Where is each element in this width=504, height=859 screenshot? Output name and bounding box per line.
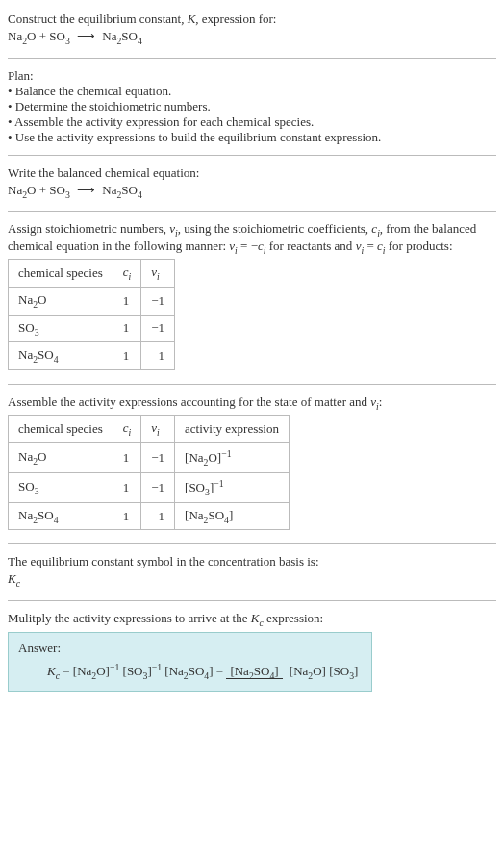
nu-cell: −1 bbox=[141, 442, 175, 472]
table-row: Na2O 1 −1 [Na2O]−1 bbox=[9, 442, 290, 472]
nu-cell: −1 bbox=[141, 287, 175, 315]
assign-section: Assign stoichiometric numbers, νi, using… bbox=[8, 215, 496, 380]
product: Na bbox=[102, 183, 116, 197]
species-cell: SO3 bbox=[9, 472, 113, 502]
divider bbox=[8, 600, 496, 601]
subscript: 4 bbox=[138, 189, 142, 199]
product: Na bbox=[102, 29, 116, 43]
c-cell: 1 bbox=[113, 287, 141, 315]
text: = bbox=[364, 239, 377, 253]
nu-cell: 1 bbox=[141, 502, 175, 530]
superscript: −1 bbox=[110, 662, 119, 672]
stoichiometry-table: chemical species ci νi Na2O 1 −1 SO3 1 −… bbox=[8, 259, 175, 369]
text: , using the stoichiometric coefficients, bbox=[178, 221, 372, 236]
numerator: [Na2SO4] bbox=[226, 664, 282, 679]
answer-box: Answer: Kc = [Na2O]−1 [SO3]−1 [Na2SO4] =… bbox=[8, 632, 372, 692]
balanced-section: Write the balanced chemical equation: Na… bbox=[8, 160, 496, 208]
c-cell: 1 bbox=[113, 472, 141, 502]
col-activity: activity expression bbox=[175, 416, 290, 443]
text: O] bbox=[96, 664, 110, 678]
kc-symbol: Kc bbox=[8, 571, 496, 589]
assemble-section: Assemble the activity expressions accoun… bbox=[8, 389, 496, 541]
header-text2: , expression for: bbox=[195, 12, 276, 26]
nu-cell: −1 bbox=[141, 472, 175, 502]
species-cell: SO3 bbox=[9, 315, 113, 342]
plan-item: • Balance the chemical equation. bbox=[8, 84, 496, 99]
divider bbox=[8, 58, 496, 59]
c-cell: 1 bbox=[113, 442, 141, 472]
table-row: SO3 1 −1 bbox=[9, 315, 175, 342]
balanced-title: Write the balanced chemical equation: bbox=[8, 165, 496, 181]
species-cell: Na2O bbox=[9, 287, 113, 315]
col-species: chemical species bbox=[9, 416, 113, 443]
species-cell: Na2SO4 bbox=[9, 502, 113, 530]
col-species: chemical species bbox=[9, 260, 113, 288]
text: : bbox=[379, 394, 383, 409]
text: SO bbox=[189, 664, 205, 678]
balanced-equation: Na2O + SO3 ⟶ Na2SO4 bbox=[8, 183, 496, 200]
col-c: ci bbox=[113, 260, 141, 288]
text: [Na bbox=[162, 664, 184, 678]
subscript: 3 bbox=[65, 189, 70, 199]
c-cell: 1 bbox=[113, 315, 141, 342]
plan-item: • Assemble the activity expression for e… bbox=[8, 114, 496, 130]
text: [SO bbox=[119, 664, 142, 678]
table-header-row: chemical species ci νi activity expressi… bbox=[9, 416, 290, 443]
table-header-row: chemical species ci νi bbox=[9, 260, 175, 288]
reaction-equation: Na2O + SO3 ⟶ Na2SO4 bbox=[8, 29, 496, 46]
answer-equation: Kc = [Na2O]−1 [SO3]−1 [Na2SO4] = [Na2SO4… bbox=[18, 658, 362, 681]
table-row: Na2O 1 −1 bbox=[9, 287, 175, 315]
col-c: ci bbox=[113, 416, 141, 443]
activity-cell: [Na2SO4] bbox=[175, 502, 290, 530]
table-row: Na2SO4 1 1 [Na2SO4] bbox=[9, 502, 290, 530]
superscript: −1 bbox=[152, 662, 162, 672]
nu-cell: 1 bbox=[141, 342, 175, 370]
col-nu: νi bbox=[141, 416, 175, 443]
plan-item: • Determine the stoichiometric numbers. bbox=[8, 99, 496, 114]
subscript: 3 bbox=[65, 36, 70, 46]
kc-section: The equilibrium constant symbol in the c… bbox=[8, 548, 496, 596]
multiply-section: Mulitply the activity expressions to arr… bbox=[8, 605, 496, 697]
text: for reactants and bbox=[266, 239, 356, 253]
activity-cell: [SO3]−1 bbox=[175, 472, 290, 502]
reactant: O + SO bbox=[27, 183, 65, 197]
plan-item: • Use the activity expressions to build … bbox=[8, 130, 496, 145]
activity-table: chemical species ci νi activity expressi… bbox=[8, 415, 290, 530]
text: Assign stoichiometric numbers, bbox=[8, 221, 169, 236]
product: SO bbox=[121, 29, 138, 43]
divider bbox=[8, 384, 496, 385]
text: for products: bbox=[385, 239, 452, 253]
c-cell: 1 bbox=[113, 342, 141, 370]
subscript: 4 bbox=[138, 36, 142, 46]
text: = [Na bbox=[60, 664, 91, 678]
species-cell: Na2SO4 bbox=[9, 342, 113, 370]
fraction: [Na2SO4] [Na2O] [SO3] bbox=[226, 664, 362, 681]
nu-cell: −1 bbox=[141, 315, 175, 342]
divider bbox=[8, 155, 496, 156]
kc-text: The equilibrium constant symbol in the c… bbox=[8, 554, 496, 569]
header: Construct the equilibrium constant, K, e… bbox=[8, 6, 496, 54]
plan-title: Plan: bbox=[8, 68, 496, 84]
divider bbox=[8, 211, 496, 212]
arrow-icon: ⟶ bbox=[73, 183, 99, 197]
table-row: SO3 1 −1 [SO3]−1 bbox=[9, 472, 290, 502]
c-cell: 1 bbox=[113, 502, 141, 530]
text: = − bbox=[238, 239, 258, 253]
plan-section: Plan: • Balance the chemical equation. •… bbox=[8, 63, 496, 151]
denominator: [Na2O] [SO3] bbox=[286, 664, 363, 678]
reactant: Na bbox=[8, 183, 22, 197]
divider bbox=[8, 543, 496, 544]
K: K bbox=[47, 664, 56, 678]
activity-cell: [Na2O]−1 bbox=[175, 442, 290, 472]
species-cell: Na2O bbox=[9, 442, 113, 472]
table-row: Na2SO4 1 1 bbox=[9, 342, 175, 370]
text: Assemble the activity expressions accoun… bbox=[8, 394, 370, 409]
reactant: O + SO bbox=[27, 29, 65, 43]
reactant: Na bbox=[8, 29, 22, 43]
text: expression: bbox=[264, 611, 323, 625]
product: SO bbox=[121, 183, 138, 197]
header-text: Construct the equilibrium constant, bbox=[8, 12, 188, 26]
text: Mulitply the activity expressions to arr… bbox=[8, 611, 251, 625]
arrow-icon: ⟶ bbox=[73, 29, 99, 43]
text: ] = bbox=[209, 664, 226, 678]
